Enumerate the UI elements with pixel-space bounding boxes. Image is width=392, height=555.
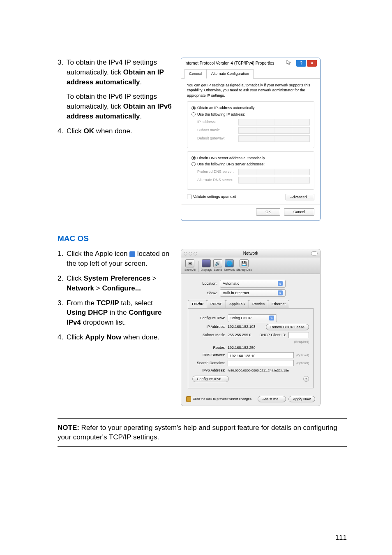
bold-text: Network: [67, 284, 94, 292]
toolbar-show-all[interactable]: ⊞Show All: [184, 259, 196, 272]
router-value: 192.168.182.250: [228, 345, 256, 351]
note-text: Refer to your operating system's help an…: [58, 424, 337, 441]
traffic-lights: [184, 252, 197, 255]
note-label: NOTE:: [58, 424, 79, 432]
text: when done.: [94, 127, 132, 135]
gateway-row: Default gateway:: [197, 135, 310, 142]
tab-proxies[interactable]: Proxies: [249, 300, 268, 308]
radio-icon: [191, 162, 196, 166]
text: Click: [67, 274, 84, 282]
close-button[interactable]: ✕: [307, 60, 317, 67]
configure-ipv4-row: Configure IPv4: Using DHCP⇅: [192, 314, 309, 322]
mac-toolbar: ⊞Show All Displays 🔊Sound 🌐Network 💾Star…: [181, 258, 320, 274]
bold-text: OK: [84, 127, 95, 135]
minimize-dot[interactable]: [189, 252, 192, 255]
validate-checkbox[interactable]: Validate settings upon exit: [187, 194, 236, 200]
radio-icon: [191, 112, 196, 116]
step-4: 4. Click OK when done.: [58, 126, 173, 136]
lock-area[interactable]: Click the lock to prevent further change…: [186, 396, 252, 402]
select-value: Automatic: [223, 281, 239, 286]
windows-text-column: 3. To obtain the IPv4 IP settings automa…: [58, 58, 173, 221]
mac-step-4: 4. Cllick Apply Now when done.: [58, 332, 173, 342]
dns-row: DNS Servers: 192.168.128.10 (Optional): [192, 352, 309, 358]
renew-lease-button[interactable]: Renew DHCP Lease: [266, 324, 309, 330]
search-domains-input[interactable]: [228, 360, 294, 366]
radio-icon: [191, 106, 196, 110]
step-3: 3. To obtain the IPv4 IP settings automa…: [58, 58, 173, 87]
toolbar-sound[interactable]: 🔊Sound: [213, 259, 222, 272]
text: From the: [67, 299, 97, 307]
checkbox-icon: [187, 195, 191, 199]
tab-tcpip[interactable]: TCP/IP: [188, 300, 207, 308]
field-label: IP Address:: [192, 324, 225, 330]
clientid-input[interactable]: [288, 332, 309, 338]
radio-auto-ip[interactable]: Obtain an IP address automatically: [191, 105, 310, 111]
text: Click the Apple icon: [67, 250, 129, 258]
ok-button[interactable]: OK: [256, 208, 280, 216]
display-icon: [202, 259, 211, 267]
close-dot[interactable]: [184, 252, 187, 255]
bold-text: Configure...: [102, 284, 141, 292]
configure-ipv6-button[interactable]: Configure IPv6...: [192, 376, 229, 382]
bold-text: TCP/IP: [97, 299, 119, 307]
window-title: Network: [243, 251, 258, 256]
tab-general[interactable]: General: [184, 69, 207, 79]
step-number: 3.: [58, 58, 67, 87]
tab-alternate[interactable]: Alternate Configuration: [207, 69, 254, 79]
window-buttons: ? ✕: [296, 60, 317, 67]
zoom-dot[interactable]: [194, 252, 197, 255]
subnet-row: Subnet mask:: [197, 127, 310, 134]
bold-text: Apply Now: [85, 333, 121, 341]
toolbar-toggle[interactable]: [311, 251, 318, 255]
clientid-label: DHCP Client ID:: [260, 332, 286, 338]
step-number: 3.: [58, 298, 67, 327]
gateway-input: [238, 135, 310, 142]
radio-label: Use the following DNS server addresses:: [197, 162, 265, 167]
step-text: To obtain the IPv4 IP settings automatic…: [67, 58, 173, 87]
help-button[interactable]: ?: [296, 60, 306, 67]
radio-use-ip[interactable]: Use the following IP address:: [191, 112, 310, 117]
apple-icon: [129, 251, 135, 257]
lock-text: Click the lock to prevent further change…: [193, 397, 252, 401]
advanced-button[interactable]: Advanced...: [286, 194, 314, 200]
location-select[interactable]: Automatic⇅: [220, 280, 286, 288]
step-number: 1.: [58, 249, 67, 269]
location-row: Location: Automatic⇅: [188, 280, 314, 288]
text: dropdown list.: [81, 318, 126, 326]
tab-appletalk[interactable]: AppleTalk: [226, 300, 249, 308]
step-text: From the TCP/IP tab, select Using DHCP i…: [67, 298, 173, 327]
tab-pppoe[interactable]: PPPoE: [207, 300, 226, 308]
radio-use-dns[interactable]: Use the following DNS server addresses:: [191, 162, 310, 167]
network-prefs-dialog: Network ⊞Show All Displays 🔊Sound 🌐Netwo…: [181, 249, 321, 406]
lock-icon: [186, 396, 191, 402]
field-label: IPv6 Address:: [192, 368, 225, 373]
radio-auto-dns[interactable]: Obtain DNS server address automatically: [191, 156, 310, 161]
text: .: [140, 78, 142, 86]
radio-label: Use the following IP address:: [197, 112, 245, 117]
step-number: 4.: [58, 126, 67, 136]
ipv6-value: fe80:0000:0000:0000:0211:24ff:fe32:b18e: [228, 368, 289, 373]
apply-now-button[interactable]: Apply Now: [288, 396, 315, 402]
field-label: Search Domains:: [192, 360, 225, 366]
assist-button[interactable]: Assist me...: [258, 396, 286, 402]
toolbar-network[interactable]: 🌐Network: [224, 259, 235, 272]
mac-footer: Click the lock to prevent further change…: [181, 392, 320, 406]
ip-address-row: IP Address: 192.168.182.103 Renew DHCP L…: [192, 324, 309, 330]
toolbar-startup[interactable]: 💾Startup Disk: [236, 259, 252, 272]
cancel-button[interactable]: Cancel: [284, 208, 314, 216]
configure-ipv4-select[interactable]: Using DHCP⇅: [228, 314, 277, 322]
mac-os-heading: MAC OS: [58, 233, 347, 244]
toolbar-label: Show All: [184, 268, 196, 272]
footer-buttons: Assist me... Apply Now: [258, 396, 315, 402]
dns-input[interactable]: 192.168.128.10: [228, 352, 294, 358]
mac-tabs: TCP/IP PPPoE AppleTalk Proxies Ethernet: [188, 300, 314, 309]
show-select[interactable]: Built-in Ethernet⇅: [220, 289, 286, 297]
bold-text: Using DHCP: [67, 309, 108, 316]
select-value: Built-in Ethernet: [223, 290, 249, 296]
alt-dns-input: [238, 177, 310, 183]
tab-ethernet[interactable]: Ethernet: [268, 300, 289, 308]
toolbar-label: Sound: [214, 268, 222, 272]
if-required-row: (If required): [192, 340, 309, 344]
toolbar-displays[interactable]: Displays: [201, 259, 212, 272]
help-button[interactable]: ?: [303, 376, 309, 382]
